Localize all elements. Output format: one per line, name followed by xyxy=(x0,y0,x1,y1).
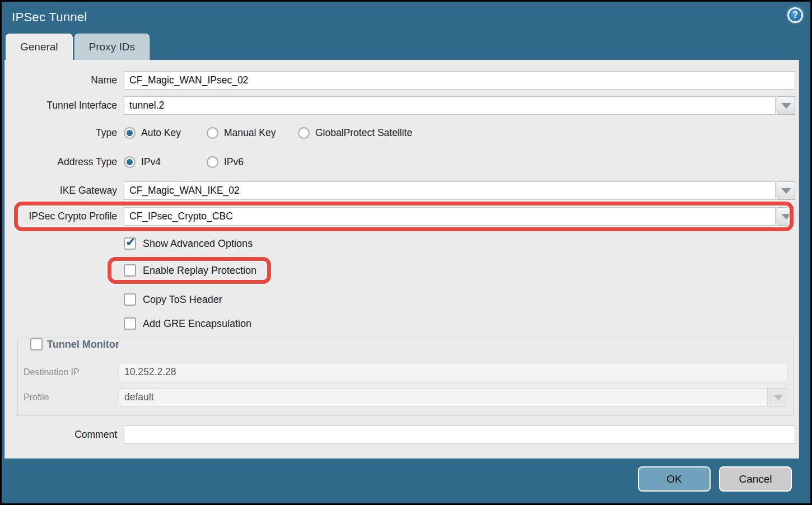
destination-ip-input xyxy=(119,363,787,381)
show-advanced-options-checkbox[interactable] xyxy=(124,237,136,250)
radio-auto-key[interactable]: Auto Key xyxy=(124,127,207,139)
name-label: Name xyxy=(13,74,124,86)
advanced-options-section: Show Advanced Options Enable Replay Prot… xyxy=(124,237,795,330)
cancel-button[interactable]: Cancel xyxy=(719,466,792,492)
ike-gateway-label: IKE Gateway xyxy=(13,185,124,197)
dialog-footer: OK Cancel xyxy=(2,459,810,503)
tunnel-monitor-legend[interactable]: Tunnel Monitor xyxy=(29,338,125,350)
tunnel-interface-dropdown-button[interactable] xyxy=(777,96,795,115)
tunnel-monitor-checkbox[interactable] xyxy=(30,338,43,350)
radio-globalprotect-satellite-label: GlobalProtect Satellite xyxy=(315,127,412,139)
destination-ip-row: Destination IP xyxy=(24,363,787,381)
name-row: Name xyxy=(13,71,795,90)
comment-input[interactable] xyxy=(124,425,795,444)
dialog-title: IPSec Tunnel xyxy=(12,10,87,25)
tunnel-monitor-label: Tunnel Monitor xyxy=(47,339,119,350)
add-gre-encapsulation-checkbox-row[interactable]: Add GRE Encapsulation xyxy=(124,317,795,330)
radio-manual-key-circle xyxy=(207,127,218,139)
chevron-down-icon xyxy=(773,395,783,400)
copy-tos-header-label: Copy ToS Header xyxy=(143,294,222,306)
tab-general[interactable]: General xyxy=(6,34,73,60)
address-type-row: Address Type IPv4 IPv6 xyxy=(13,154,795,170)
ike-gateway-dropdown-button[interactable] xyxy=(777,181,795,200)
help-glyph: ? xyxy=(792,10,798,20)
radio-globalprotect-satellite-circle xyxy=(298,127,310,139)
copy-tos-header-checkbox-row[interactable]: Copy ToS Header xyxy=(124,293,795,306)
tab-proxy-ids[interactable]: Proxy IDs xyxy=(74,34,150,60)
ipsec-crypto-profile-label: IPSec Crypto Profile xyxy=(13,211,124,222)
comment-row: Comment xyxy=(13,425,795,444)
radio-ipv6[interactable]: IPv6 xyxy=(207,156,244,168)
chevron-down-icon xyxy=(781,103,791,109)
radio-auto-key-circle xyxy=(124,127,136,139)
enable-replay-protection-checkbox[interactable] xyxy=(124,264,136,277)
enable-replay-protection-wrap: Enable Replay Protection xyxy=(124,264,256,277)
type-row: Type Auto Key Manual Key GlobalProtect S… xyxy=(13,125,795,141)
tab-proxy-ids-label: Proxy IDs xyxy=(89,41,135,53)
profile-row: Profile xyxy=(24,388,787,406)
ipsec-crypto-profile-row: IPSec Crypto Profile xyxy=(13,207,795,226)
ipsec-crypto-profile-input[interactable] xyxy=(124,207,776,226)
add-gre-encapsulation-checkbox[interactable] xyxy=(124,317,136,330)
general-tab-panel: Name Tunnel Interface Type xyxy=(4,60,799,459)
radio-manual-key-label: Manual Key xyxy=(224,127,276,139)
show-advanced-options-checkbox-row[interactable]: Show Advanced Options xyxy=(124,237,795,250)
tunnel-interface-label: Tunnel Interface xyxy=(13,100,124,111)
type-label: Type xyxy=(13,127,124,139)
radio-ipv4[interactable]: IPv4 xyxy=(124,156,207,168)
help-icon[interactable]: ? xyxy=(787,7,803,23)
profile-dropdown-button xyxy=(769,388,787,406)
copy-tos-header-checkbox[interactable] xyxy=(124,293,136,306)
chevron-down-icon xyxy=(781,214,791,219)
ipsec-tunnel-dialog: IPSec Tunnel ? General Proxy IDs Name Tu… xyxy=(2,2,810,503)
profile-input xyxy=(119,388,768,406)
enable-replay-protection-checkbox-row[interactable]: Enable Replay Protection xyxy=(124,264,256,277)
chevron-down-icon xyxy=(781,188,791,194)
ike-gateway-row: IKE Gateway xyxy=(13,181,795,200)
radio-ipv4-label: IPv4 xyxy=(141,156,161,168)
comment-label: Comment xyxy=(13,429,124,441)
radio-ipv4-circle xyxy=(124,156,136,168)
radio-globalprotect-satellite[interactable]: GlobalProtect Satellite xyxy=(298,127,412,139)
enable-replay-protection-label: Enable Replay Protection xyxy=(143,265,256,277)
radio-ipv6-label: IPv6 xyxy=(224,156,244,168)
radio-ipv6-circle xyxy=(207,156,218,168)
ipsec-crypto-profile-dropdown-button[interactable] xyxy=(777,207,795,226)
address-type-label: Address Type xyxy=(13,156,124,168)
ok-button[interactable]: OK xyxy=(638,466,711,492)
tunnel-interface-input[interactable] xyxy=(124,96,776,115)
tab-general-label: General xyxy=(20,41,58,53)
add-gre-encapsulation-label: Add GRE Encapsulation xyxy=(143,318,251,330)
tunnel-interface-row: Tunnel Interface xyxy=(13,96,795,115)
profile-label: Profile xyxy=(24,392,119,403)
tunnel-monitor-fieldset: Tunnel Monitor Destination IP Profile xyxy=(17,338,794,416)
destination-ip-label: Destination IP xyxy=(24,367,119,377)
radio-manual-key[interactable]: Manual Key xyxy=(207,127,298,139)
name-input[interactable] xyxy=(124,71,795,90)
dialog-titlebar: IPSec Tunnel ? xyxy=(2,2,810,33)
ike-gateway-input[interactable] xyxy=(124,181,776,200)
show-advanced-options-label: Show Advanced Options xyxy=(143,238,253,250)
tabstrip: General Proxy IDs xyxy=(2,33,810,60)
radio-auto-key-label: Auto Key xyxy=(141,127,181,139)
